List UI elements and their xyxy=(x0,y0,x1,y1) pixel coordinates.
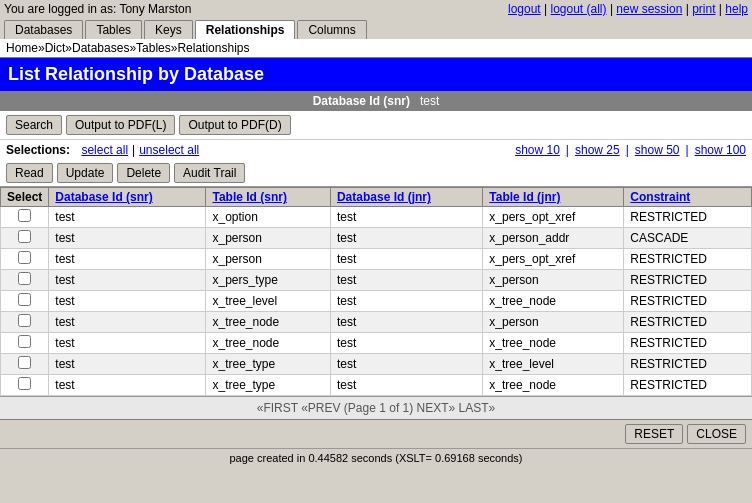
table-row: testx_tree_nodetestx_tree_nodeRESTRICTED xyxy=(1,333,752,354)
read-button[interactable]: Read xyxy=(6,163,53,183)
footer-buttons: RESET CLOSE xyxy=(0,419,752,448)
row-table-jnr: x_pers_opt_xref xyxy=(483,207,624,228)
show-option-3[interactable]: show 100 xyxy=(695,143,746,157)
table-row: testx_tree_typetestx_tree_nodeRESTRICTED xyxy=(1,375,752,396)
row-constraint: RESTRICTED xyxy=(624,207,752,228)
row-checkbox[interactable] xyxy=(18,377,31,390)
top-bar: You are logged in as: Tony Marston logou… xyxy=(0,0,752,18)
row-checkbox-cell xyxy=(1,375,49,396)
table-row: testx_persontestx_pers_opt_xrefRESTRICTE… xyxy=(1,249,752,270)
row-db-snr: test xyxy=(49,270,206,291)
new-session-link[interactable]: new session xyxy=(616,2,682,16)
row-db-jnr: test xyxy=(330,354,482,375)
row-db-jnr: test xyxy=(330,207,482,228)
row-db-jnr: test xyxy=(330,312,482,333)
col-header-table-jnr: Table Id (jnr) xyxy=(483,188,624,207)
row-db-snr: test xyxy=(49,249,206,270)
row-checkbox[interactable] xyxy=(18,251,31,264)
row-table-snr: x_tree_type xyxy=(206,354,330,375)
logout-all-link[interactable]: logout (all) xyxy=(551,2,607,16)
col-header-constraint: Constraint xyxy=(624,188,752,207)
audit-trail-button[interactable]: Audit Trail xyxy=(174,163,245,183)
row-checkbox-cell xyxy=(1,228,49,249)
row-db-jnr: test xyxy=(330,249,482,270)
row-constraint: RESTRICTED xyxy=(624,354,752,375)
nav-tab-databases[interactable]: Databases xyxy=(4,20,83,39)
show-option-1[interactable]: show 25 xyxy=(575,143,620,157)
row-db-snr: test xyxy=(49,312,206,333)
logout-link[interactable]: logout xyxy=(508,2,541,16)
nav-tab-columns[interactable]: Columns xyxy=(297,20,366,39)
nav-tab-tables[interactable]: Tables xyxy=(85,20,142,39)
row-constraint: CASCADE xyxy=(624,228,752,249)
row-table-jnr: x_person xyxy=(483,270,624,291)
row-checkbox-cell xyxy=(1,270,49,291)
nav-tabs: DatabasesTablesKeysRelationshipsColumns xyxy=(0,18,752,39)
main-content: List Relationship by Database Database I… xyxy=(0,58,752,419)
row-table-jnr: x_tree_node xyxy=(483,375,624,396)
nav-tab-relationships[interactable]: Relationships xyxy=(195,20,296,39)
col-header-select: Select xyxy=(1,188,49,207)
row-checkbox[interactable] xyxy=(18,356,31,369)
nav-tab-keys[interactable]: Keys xyxy=(144,20,193,39)
row-checkbox[interactable] xyxy=(18,335,31,348)
top-links: logout | logout (all) | new session | pr… xyxy=(508,2,748,16)
row-checkbox-cell xyxy=(1,207,49,228)
output-pdf-l-button[interactable]: Output to PDF(L) xyxy=(66,115,175,135)
row-table-snr: x_person xyxy=(206,249,330,270)
logged-in-label: You are logged in as: Tony Marston xyxy=(4,2,191,16)
col-header-db-snr: Database Id (snr) xyxy=(49,188,206,207)
selections-right: show 10 | show 25 | show 50 | show 100 xyxy=(515,143,746,157)
select-all-link[interactable]: select all xyxy=(81,143,128,157)
table-row: testx_optiontestx_pers_opt_xrefRESTRICTE… xyxy=(1,207,752,228)
search-button[interactable]: Search xyxy=(6,115,62,135)
reset-button[interactable]: RESET xyxy=(625,424,683,444)
output-pdf-d-button[interactable]: Output to PDF(D) xyxy=(179,115,290,135)
db-filter-bar: Database Id (snr) test xyxy=(0,91,752,111)
row-table-snr: x_tree_level xyxy=(206,291,330,312)
row-checkbox-cell xyxy=(1,291,49,312)
row-table-jnr: x_tree_node xyxy=(483,291,624,312)
data-table: Select Database Id (snr) Table Id (snr) … xyxy=(0,187,752,396)
table-row: testx_tree_typetestx_tree_levelRESTRICTE… xyxy=(1,354,752,375)
row-table-jnr: x_pers_opt_xref xyxy=(483,249,624,270)
row-checkbox[interactable] xyxy=(18,272,31,285)
print-link[interactable]: print xyxy=(692,2,715,16)
row-db-snr: test xyxy=(49,291,206,312)
row-checkbox[interactable] xyxy=(18,230,31,243)
help-link[interactable]: help xyxy=(725,2,748,16)
show-option-0[interactable]: show 10 xyxy=(515,143,560,157)
row-table-jnr: x_person_addr xyxy=(483,228,624,249)
row-db-jnr: test xyxy=(330,291,482,312)
row-db-snr: test xyxy=(49,207,206,228)
row-db-jnr: test xyxy=(330,375,482,396)
row-db-snr: test xyxy=(49,375,206,396)
table-body: testx_optiontestx_pers_opt_xrefRESTRICTE… xyxy=(1,207,752,396)
row-checkbox[interactable] xyxy=(18,209,31,222)
table-row: testx_pers_typetestx_personRESTRICTED xyxy=(1,270,752,291)
row-table-jnr: x_tree_node xyxy=(483,333,624,354)
row-constraint: RESTRICTED xyxy=(624,333,752,354)
selections-left: Selections: select all | unselect all xyxy=(6,143,199,157)
row-constraint: RESTRICTED xyxy=(624,270,752,291)
row-checkbox[interactable] xyxy=(18,314,31,327)
delete-button[interactable]: Delete xyxy=(117,163,170,183)
close-button[interactable]: CLOSE xyxy=(687,424,746,444)
row-constraint: RESTRICTED xyxy=(624,291,752,312)
row-table-jnr: x_person xyxy=(483,312,624,333)
row-db-snr: test xyxy=(49,333,206,354)
db-filter-label: Database Id (snr) xyxy=(313,94,410,108)
row-db-jnr: test xyxy=(330,228,482,249)
row-checkbox-cell xyxy=(1,312,49,333)
row-table-snr: x_tree_node xyxy=(206,333,330,354)
row-table-snr: x_pers_type xyxy=(206,270,330,291)
actions-row2: Read Update Delete Audit Trail xyxy=(0,160,752,187)
row-db-jnr: test xyxy=(330,333,482,354)
row-checkbox[interactable] xyxy=(18,293,31,306)
update-button[interactable]: Update xyxy=(57,163,114,183)
row-checkbox-cell xyxy=(1,354,49,375)
unselect-all-link[interactable]: unselect all xyxy=(139,143,199,157)
row-checkbox-cell xyxy=(1,249,49,270)
show-option-2[interactable]: show 50 xyxy=(635,143,680,157)
row-db-snr: test xyxy=(49,228,206,249)
